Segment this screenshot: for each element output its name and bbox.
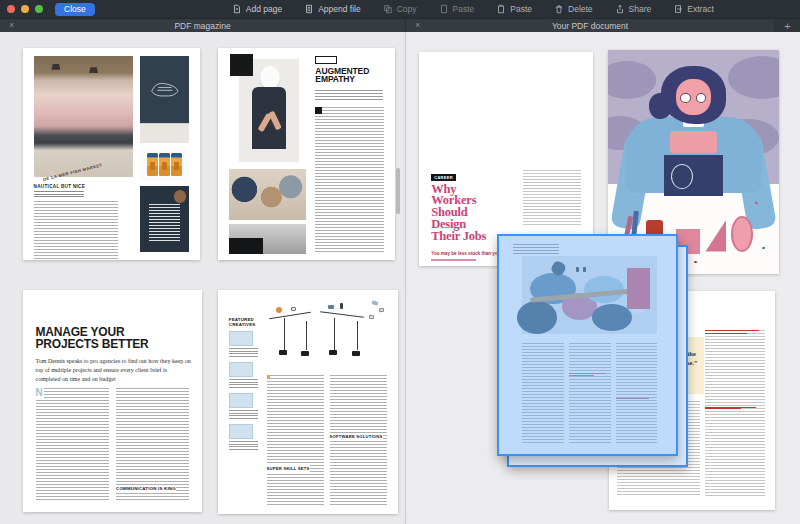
face-graphic: [676, 79, 710, 115]
title-line: PROJECTS BETTER: [36, 338, 197, 350]
selected-page-front[interactable]: NiñA: [497, 234, 678, 456]
tape-dispenser-graphic: [731, 216, 753, 252]
app-window: Close Add page Append file Copy Paste Pa…: [0, 0, 800, 524]
tab-pdf-magazine[interactable]: × PDF magazine: [0, 19, 406, 32]
seesaw-graphic: [321, 311, 365, 317]
hand-graphic: [352, 351, 360, 356]
drop-cap: [315, 107, 322, 114]
magazine-page-1[interactable]: DE LA MER FISH MARKET: [23, 48, 200, 260]
photo-chalk-lettering: [140, 186, 190, 252]
red-subhead: [705, 408, 741, 409]
section-tag: [315, 56, 336, 63]
glasses-graphic: [680, 93, 690, 103]
jar-graphic: [147, 153, 158, 176]
caption-chip: [230, 54, 253, 75]
panel-your-pdf-document: CAREER Why Workers Should Design Their J…: [406, 32, 800, 524]
left-panel-scrollbar[interactable]: [396, 168, 400, 214]
byline-placeholder: [431, 259, 476, 261]
featured-creatives-sidebar: FEATURED CREATIVES: [229, 317, 260, 451]
hand-graphic: [329, 350, 337, 355]
jar-graphic: [159, 153, 170, 176]
body-text-placeholder: [267, 375, 325, 505]
extract-button[interactable]: Extract: [664, 2, 722, 16]
zoom-window-icon[interactable]: [35, 5, 43, 13]
photo-gallery: [229, 224, 307, 254]
bio-text-placeholder: [229, 348, 258, 358]
stick-graphic: [284, 318, 285, 350]
bio-text-placeholder: [229, 379, 258, 389]
add-page-label: Add page: [246, 4, 282, 14]
wainscot-graphic: [140, 123, 190, 144]
close-window-icon[interactable]: [7, 5, 15, 13]
delete-icon: [554, 4, 564, 14]
jar-graphic: [171, 153, 182, 176]
magazine-page-2[interactable]: AUGMENTED EMPATHY: [218, 48, 395, 260]
toolbar-actions: Add page Append file Copy Paste Paste De…: [223, 2, 723, 16]
paste-alt-button[interactable]: Paste: [487, 2, 541, 16]
portrait-thumb: [229, 424, 253, 439]
article-title: MANAGE YOUR PROJECTS BETTER: [36, 326, 197, 350]
add-page-button[interactable]: Add page: [223, 2, 291, 16]
minimize-window-icon[interactable]: [21, 5, 29, 13]
toolbar: Close Add page Append file Copy Paste Pa…: [0, 0, 800, 19]
lamp-graphic: [89, 67, 98, 73]
body-text-placeholder: [34, 201, 119, 260]
hands-graphic: [670, 131, 718, 153]
hand-graphic: [279, 350, 287, 355]
red-lead-in: [705, 330, 759, 331]
object-graphic: [291, 307, 296, 311]
glasses-graphic: [696, 93, 706, 103]
extract-icon: [673, 4, 683, 14]
append-file-icon: [304, 4, 314, 14]
chalk-text-placeholder: [149, 204, 181, 242]
card-graphic: [369, 315, 375, 320]
magazine-page-3[interactable]: MANAGE YOUR PROJECTS BETTER Tom Dennis s…: [23, 290, 202, 512]
confetti-graphic: [693, 260, 696, 262]
phone-graphic: [340, 303, 343, 309]
copy-button[interactable]: Copy: [374, 2, 426, 16]
subhead: SUPER SKILL SETS: [267, 465, 310, 472]
article-title: AUGMENTED EMPATHY: [315, 67, 389, 83]
body-text-placeholder: [315, 107, 384, 251]
photo-jars: [140, 148, 190, 182]
share-button[interactable]: Share: [606, 2, 661, 16]
body-text-placeholder: [705, 330, 765, 496]
stick-graphic: [306, 321, 307, 350]
selection-overlay: [499, 236, 676, 454]
stick-graphic: [357, 321, 358, 350]
extract-label: Extract: [687, 4, 713, 14]
standfirst-placeholder: [315, 90, 382, 102]
clock-graphic: [671, 164, 693, 189]
traffic-lights: [7, 5, 43, 13]
photo-vr-crowd: [229, 169, 307, 220]
tab-title: PDF magazine: [0, 21, 405, 31]
magazine-page-4[interactable]: FEATURED CREATIVES: [218, 290, 398, 514]
body-text-placeholder: N: [36, 388, 109, 501]
photo-fish-market: DE LA MER FISH MARKET: [34, 56, 133, 177]
add-tab-button[interactable]: +: [775, 19, 800, 32]
share-label: Share: [629, 4, 652, 14]
photo-chalkboard-wall: [140, 56, 190, 143]
append-file-button[interactable]: Append file: [295, 2, 370, 16]
seesaw-graphic: [269, 312, 310, 319]
paste-button[interactable]: Paste: [430, 2, 484, 16]
close-button[interactable]: Close: [55, 3, 95, 16]
subhead: SOFTWARE SOLUTIONS: [330, 433, 383, 440]
paste-label: Paste: [453, 4, 475, 14]
tab-title: Your PDF document: [406, 21, 774, 31]
append-file-label: Append file: [318, 4, 361, 14]
portrait-thumb: [229, 362, 253, 377]
tab-your-pdf-document[interactable]: × Your PDF document: [406, 19, 775, 32]
copy-icon: [383, 4, 393, 14]
card-graphic: [379, 308, 385, 313]
article-standfirst: Tom Dennis speaks to pro agencies to fin…: [36, 357, 192, 385]
cloud-graphic: [728, 56, 779, 99]
sidebar-heading: FEATURED CREATIVES: [229, 317, 260, 327]
section-tag: CAREER: [431, 174, 456, 181]
torso-graphic: [664, 155, 722, 195]
subhead: COMMUNICATION IS KING: [116, 485, 176, 492]
portrait-thumb: [229, 331, 253, 346]
chalk-drawing-graphic: [146, 65, 184, 114]
paste-alt-icon: [496, 4, 506, 14]
delete-button[interactable]: Delete: [545, 2, 602, 16]
